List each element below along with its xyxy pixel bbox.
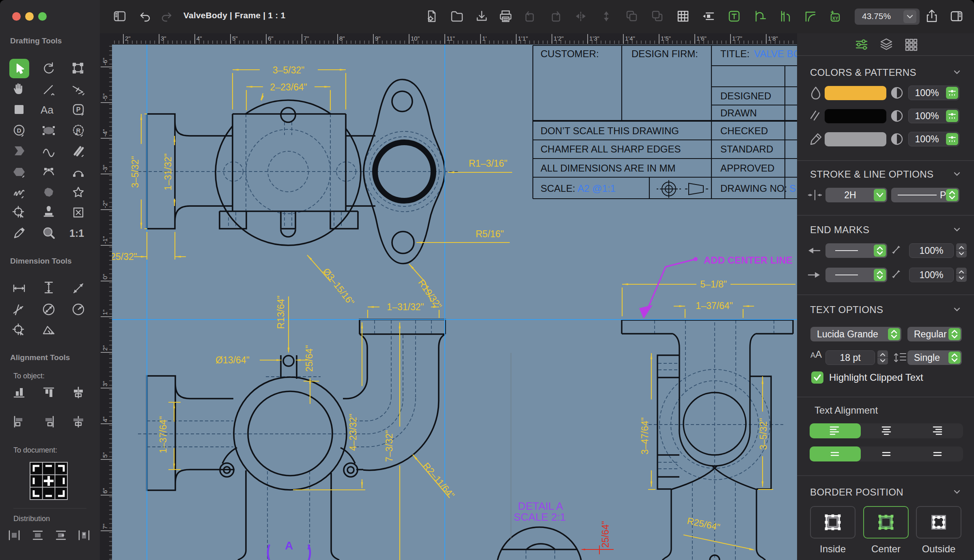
svg-text:2": 2": [125, 35, 131, 42]
svg-text:1'4": 1'4": [625, 35, 635, 42]
svg-text:1'6": 1'6": [696, 35, 707, 42]
svg-text:3": 3": [161, 35, 166, 42]
svg-text:1': 1': [482, 35, 487, 42]
svg-text:CHECKED: CHECKED: [720, 125, 768, 136]
svg-text:1–31/32": 1–31/32": [163, 153, 173, 190]
svg-text:1'5": 1'5": [661, 35, 671, 42]
svg-text:R1–3/16": R1–3/16": [469, 158, 507, 169]
svg-text:VALVE BO: VALVE BO: [754, 48, 801, 59]
svg-text:-1": -1": [101, 236, 108, 244]
svg-text:3–5/32": 3–5/32": [273, 65, 305, 75]
svg-text:P: P: [76, 106, 81, 113]
svg-text:1–31/32": 1–31/32": [387, 302, 424, 312]
svg-text:APPROVED: APPROVED: [720, 163, 774, 174]
svg-text:3–5/32": 3–5/32": [758, 418, 769, 450]
svg-text:S: S: [789, 183, 796, 194]
svg-text:1'7": 1'7": [732, 35, 742, 42]
svg-text:A2 @1:1: A2 @1:1: [578, 183, 616, 194]
svg-text:9": 9": [375, 35, 381, 42]
svg-text:1–37/64": 1–37/64": [158, 416, 168, 453]
svg-text:0": 0": [101, 274, 108, 279]
svg-text:DESIGNED: DESIGNED: [720, 90, 771, 101]
svg-text:1–37/64": 1–37/64": [696, 300, 733, 311]
svg-text:10": 10": [411, 35, 420, 42]
svg-text:25/64": 25/64": [304, 345, 315, 372]
svg-text:6": 6": [268, 35, 274, 42]
svg-text:5": 5": [101, 452, 108, 458]
svg-text:25/64": 25/64": [600, 521, 611, 548]
svg-text:6": 6": [101, 488, 108, 493]
svg-text:4": 4": [101, 416, 108, 422]
svg-text:1'3": 1'3": [589, 35, 599, 42]
svg-text:ADD CENTER LINE: ADD CENTER LINE: [704, 255, 793, 266]
svg-text:R5/16": R5/16": [476, 229, 504, 239]
svg-text:4–23/32": 4–23/32": [348, 414, 358, 451]
svg-text:3–47/64": 3–47/64": [640, 417, 650, 454]
svg-text:-5": -5": [101, 93, 108, 101]
svg-text:7": 7": [304, 35, 309, 42]
svg-text:2–23/64": 2–23/64": [270, 82, 307, 92]
svg-text:CHAMFER ALL SHARP EDGES: CHAMFER ALL SHARP EDGES: [541, 144, 681, 154]
svg-text:DETAIL A: DETAIL A: [518, 500, 563, 512]
svg-text:-2": -2": [101, 200, 108, 208]
svg-text:R13/64": R13/64": [276, 296, 286, 329]
svg-text:-3": -3": [101, 165, 108, 172]
svg-text:DRAWN: DRAWN: [720, 107, 757, 118]
svg-text:CUSTOMER:: CUSTOMER:: [541, 48, 599, 59]
svg-text:3–5/32": 3–5/32": [130, 156, 140, 188]
svg-text:11": 11": [446, 35, 455, 42]
svg-text:5–1/8": 5–1/8": [700, 279, 727, 290]
svg-text:-6": -6": [101, 58, 108, 65]
svg-text:DESIGN FIRM:: DESIGN FIRM:: [631, 48, 698, 59]
svg-text:SCALE 2:1: SCALE 2:1: [514, 511, 566, 523]
svg-text:TITLE:: TITLE:: [720, 48, 750, 59]
svg-text:1'8": 1'8": [768, 35, 778, 42]
svg-text:XY: XY: [832, 16, 838, 21]
svg-text:Ø13/64": Ø13/64": [215, 355, 250, 365]
svg-text:4": 4": [196, 35, 202, 42]
svg-text:DON’T SCALE THIS DRAWING: DON’T SCALE THIS DRAWING: [541, 125, 679, 136]
svg-text:-4": -4": [101, 129, 108, 137]
svg-text:5": 5": [232, 35, 238, 42]
svg-text:8": 8": [339, 35, 345, 42]
svg-text:SCALE:: SCALE:: [541, 183, 575, 194]
svg-text:A: A: [285, 539, 293, 552]
svg-text:ALL DIMENSIONS ARE IN MM: ALL DIMENSIONS ARE IN MM: [541, 163, 676, 174]
svg-text:1": 1": [101, 309, 108, 315]
svg-text:7": 7": [101, 524, 108, 529]
svg-text:1'1": 1'1": [518, 35, 528, 42]
svg-text:3": 3": [101, 381, 108, 386]
svg-text:R: R: [76, 127, 81, 134]
svg-text:D: D: [17, 127, 22, 134]
svg-text:25/32": 25/32": [110, 251, 137, 262]
svg-text:1'2": 1'2": [554, 35, 564, 42]
svg-text:7–3/32": 7–3/32": [384, 430, 394, 462]
svg-text:DRAWING NO:: DRAWING NO:: [720, 183, 787, 194]
svg-text:STANDARD: STANDARD: [720, 144, 773, 154]
svg-text:2": 2": [101, 345, 108, 351]
